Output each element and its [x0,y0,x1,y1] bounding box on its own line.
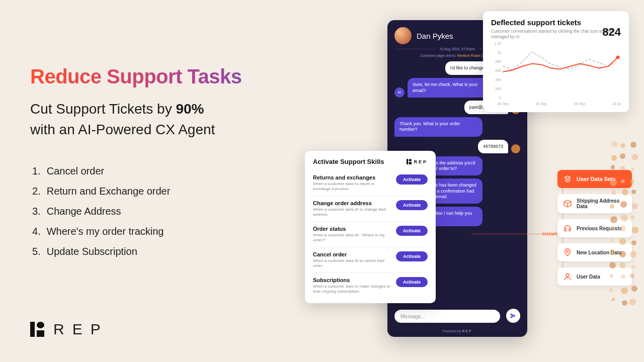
tile-new-location[interactable]: New Location Data [557,243,632,261]
user-icon [562,272,573,282]
svg-text:06 Sep: 06 Sep [536,102,547,106]
svg-rect-4 [409,159,412,161]
feature-item: Where's my order tracking [32,221,292,241]
svg-rect-5 [409,162,412,164]
tile-user-data[interactable]: User Data [557,267,632,286]
svg-text:1.2k: 1.2k [495,42,502,45]
customer-name: Dan Pykes [417,32,453,40]
svg-text:04 Sep: 04 Sep [498,102,509,106]
customer-avatar [394,27,412,44]
svg-text:1k: 1k [498,51,502,54]
svg-text:600: 600 [495,69,501,72]
ai-message: Sure, let me check. What is your email? [408,78,496,98]
send-button[interactable] [506,309,520,323]
skill-title: Change order address [313,200,391,206]
activate-button[interactable]: Activate [396,277,428,287]
tile-label: User Data [577,274,600,280]
svg-text:10 Sep: 10 Sep [612,102,621,106]
svg-text:400: 400 [495,78,501,81]
svg-rect-0 [30,322,35,337]
brand-name: REP [53,321,109,338]
svg-point-19 [566,274,569,277]
skill-row: SubscriptionsWhen a customer asks to mak… [313,273,428,298]
skill-title: Cancel order [313,251,391,257]
subheadline-prefix: Cut Support Tickets by [30,101,176,117]
skill-desc: When a customer asks AI to change their … [313,207,391,217]
tile-label: New Location Data [577,250,621,255]
data-tiles: User Data Sets Shipping Address Data Pre… [557,170,632,292]
svg-text:200: 200 [495,87,501,90]
ai-message: Thank you. What is your order number? [394,117,482,137]
tile-label: Previous Requests [577,226,622,231]
svg-point-18 [567,250,569,252]
skill-title: Returns and exchanges [313,174,391,180]
tile-label: User Data Sets [577,176,616,182]
skill-title: Subscriptions [313,277,391,283]
support-skills-card: Activate Support Skills REP Returns and … [305,151,436,303]
stack-icon [562,174,573,184]
skill-row: Change order addressWhen a customer asks… [313,196,428,222]
user-message: 46789673 [478,140,508,153]
feature-item: Return and Exchange order [32,181,292,201]
tile-previous-requests[interactable]: Previous Requests [557,219,632,237]
brand-logo-small: REP [407,159,428,164]
skill-desc: When a customer asks to return or exchan… [313,182,391,192]
skill-desc: When a customer asks to make changes to … [313,284,391,294]
feature-list: Cancel order Return and Exchange order C… [32,161,292,261]
tile-shipping-address[interactable]: Shipping Address Data [557,194,632,213]
message-input[interactable]: Message... [394,310,500,323]
activate-button[interactable]: Activate [396,226,428,236]
chat-row-ai: Thank you. What is your order number? [394,117,520,137]
skill-title: Order status [313,226,391,232]
tile-user-data-sets[interactable]: User Data Sets [557,170,632,188]
skill-desc: When a customer asks AI: "Where is my or… [313,233,391,243]
rep-mark-icon [30,322,44,337]
svg-text:0: 0 [499,96,501,100]
pin-icon [562,247,573,257]
skills-title: Activate Support Skills [313,158,384,165]
send-icon [510,312,517,319]
subheadline: Cut Support Tickets by 90% with an AI-Po… [30,99,292,140]
headset-icon [562,223,573,233]
feature-item: Change Address [32,201,292,221]
powered-by: Powered by REP [387,329,527,333]
box-icon [562,199,573,209]
activate-button[interactable]: Activate [396,174,428,185]
svg-text:800: 800 [495,60,501,63]
subheadline-percent: 90% [176,101,204,117]
deflected-tickets-card: Deflected support tickets Customer conve… [483,11,629,112]
activate-button[interactable]: Activate [396,251,428,261]
svg-rect-2 [37,330,44,337]
headline: Reduce Support Tasks [30,65,292,88]
ai-badge-icon: AI [394,87,405,98]
brand-logo: REP [30,321,109,338]
subheadline-line2: with an AI-Powered CX Agent [30,122,215,137]
svg-rect-1 [37,322,44,328]
marketing-copy: Reduce Support Tasks Cut Support Tickets… [30,65,292,261]
activate-button[interactable]: Activate [396,200,428,210]
line-chart: 1.2k1k800600400200004 Sep06 Sep08 Sep10 … [491,42,621,107]
svg-text:08 Sep: 08 Sep [574,102,585,106]
feature-item: Update Subscription [32,241,292,261]
skill-row: Cancel orderWhen a customer asks AI to c… [313,247,428,273]
skill-row: Returns and exchangesWhen a customer ask… [313,170,428,196]
svg-rect-3 [407,159,408,164]
user-avatar-small [511,144,520,153]
tile-label: Shipping Address Data [577,198,627,209]
feature-item: Cancel order [32,161,292,181]
svg-point-17 [616,56,620,59]
skill-row: Order statusWhen a customer asks AI: "Wh… [313,222,428,247]
skill-desc: When a customer asks AI to cancel their … [313,258,391,268]
